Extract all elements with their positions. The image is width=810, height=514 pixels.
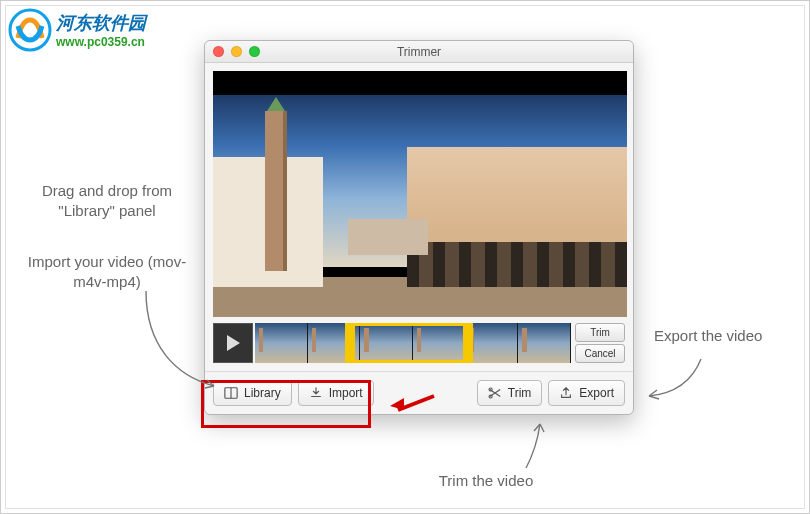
annotation-trim-hint: Trim the video bbox=[386, 471, 586, 491]
annotation-drag-drop: Drag and drop from "Library" panel bbox=[22, 181, 192, 222]
titlebar[interactable]: Trimmer bbox=[205, 41, 633, 63]
watermark-title: 河东软件园 bbox=[56, 11, 146, 35]
timeline-thumb bbox=[466, 323, 519, 363]
timeline-thumb bbox=[255, 323, 308, 363]
library-label: Library bbox=[244, 386, 281, 400]
play-icon bbox=[227, 335, 240, 351]
export-icon bbox=[559, 386, 573, 400]
import-label: Import bbox=[329, 386, 363, 400]
trim-icon bbox=[488, 386, 502, 400]
trim-label: Trim bbox=[508, 386, 532, 400]
trim-cancel-button[interactable]: Cancel bbox=[575, 344, 625, 363]
play-button[interactable] bbox=[213, 323, 253, 363]
window-title: Trimmer bbox=[205, 45, 633, 59]
export-label: Export bbox=[579, 386, 614, 400]
video-preview[interactable] bbox=[213, 71, 627, 317]
watermark-url: www.pc0359.cn bbox=[56, 35, 146, 49]
timeline-thumb bbox=[308, 323, 361, 363]
timeline-thumb bbox=[518, 323, 571, 363]
import-button[interactable]: Import bbox=[298, 380, 374, 406]
app-window: Trimmer bbox=[204, 40, 634, 415]
site-logo-icon bbox=[8, 8, 52, 52]
timeline-row: Trim Cancel bbox=[205, 317, 633, 371]
svg-point-0 bbox=[10, 10, 50, 50]
library-icon bbox=[224, 386, 238, 400]
export-button[interactable]: Export bbox=[548, 380, 625, 406]
video-area bbox=[205, 63, 633, 317]
annotation-arrow-right-icon bbox=[641, 354, 711, 404]
annotation-export-hint: Export the video bbox=[654, 326, 804, 346]
annotation-import-hint: Import your video (mov-m4v-mp4) bbox=[22, 252, 192, 293]
red-arrow-icon bbox=[386, 394, 436, 414]
timeline-thumb bbox=[413, 323, 466, 363]
timeline-thumb bbox=[360, 323, 413, 363]
watermark: 河东软件园 www.pc0359.cn bbox=[8, 8, 146, 52]
page-background: 河东软件园 www.pc0359.cn Trimmer bbox=[5, 5, 805, 509]
timeline-strip[interactable] bbox=[255, 323, 571, 363]
annotation-arrow-bottom-icon bbox=[506, 418, 566, 473]
import-icon bbox=[309, 386, 323, 400]
trim-button[interactable]: Trim bbox=[477, 380, 543, 406]
trim-confirm-button[interactable]: Trim bbox=[575, 323, 625, 342]
library-button[interactable]: Library bbox=[213, 380, 292, 406]
